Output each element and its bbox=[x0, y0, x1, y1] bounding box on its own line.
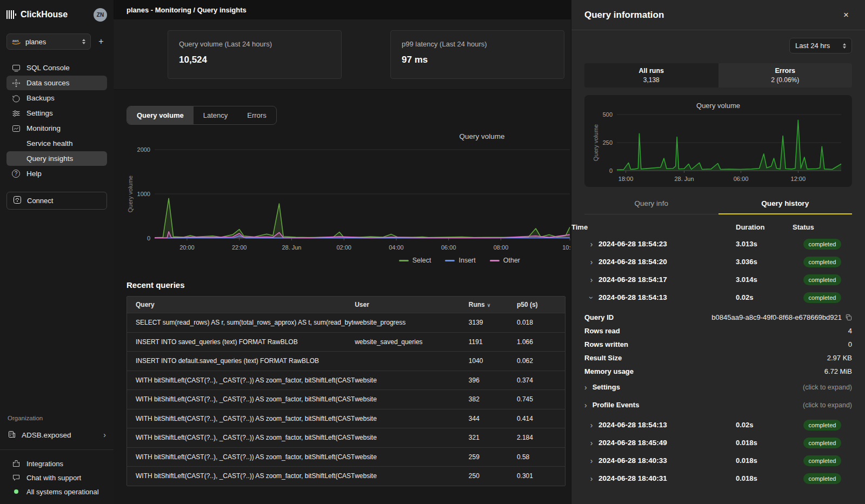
legend-item-other[interactable]: Other bbox=[490, 257, 520, 264]
history-row[interactable]: ›2024-06-28 18:54:233.013scompleted bbox=[584, 235, 852, 253]
tab-latency[interactable]: Latency bbox=[194, 106, 238, 124]
history-row[interactable]: ›2024-06-28 18:45:490.018scompleted bbox=[584, 434, 852, 452]
query-information-panel: Query information × Last 24 hrs All runs… bbox=[571, 0, 865, 504]
legend-label: Select bbox=[412, 257, 431, 264]
footer-item-chat-with-support[interactable]: Chat with support bbox=[6, 471, 107, 485]
sidebar-item-data-sources[interactable]: Data sources bbox=[6, 76, 107, 90]
column-header-runs[interactable]: Runs∨ bbox=[469, 301, 517, 308]
chevron-right-icon[interactable]: › bbox=[584, 276, 598, 284]
add-service-button[interactable]: + bbox=[95, 37, 107, 46]
table-row[interactable]: WITH bitShiftLeft(CAST(?..), _CAST(?..))… bbox=[127, 466, 565, 486]
history-time: 2024-06-28 18:54:23 bbox=[598, 240, 736, 248]
detail-value: 0 bbox=[848, 340, 852, 348]
chevron-right-icon[interactable]: › bbox=[584, 475, 598, 482]
organization-item[interactable]: ADSB.exposed › bbox=[6, 428, 107, 442]
main-content: planes - Monitoring / Query insights Que… bbox=[114, 0, 571, 504]
history-row[interactable]: ›2024-06-28 18:40:330.018scompleted bbox=[584, 452, 852, 469]
connect-button[interactable]: Connect bbox=[6, 192, 107, 210]
history-row[interactable]: ›2024-06-28 18:54:130.02scompleted bbox=[584, 288, 852, 306]
cell-user: website_saved_queries bbox=[355, 338, 469, 346]
copy-icon[interactable] bbox=[845, 314, 852, 321]
time-range-select[interactable]: Last 24 hrs bbox=[789, 38, 852, 53]
chevron-right-icon[interactable]: › bbox=[584, 421, 598, 429]
table-row[interactable]: INSERT INTO default.saved_queries (text)… bbox=[127, 351, 565, 371]
svg-text:12:00: 12:00 bbox=[791, 176, 806, 182]
cell-query: WITH bitShiftLeft(CAST(?..), _CAST(?..))… bbox=[127, 395, 355, 403]
column-header-query[interactable]: Query bbox=[127, 301, 355, 308]
cell-p50: 0.745 bbox=[517, 395, 565, 403]
sidebar-item-help[interactable]: ?Help bbox=[6, 166, 107, 181]
organization-icon bbox=[8, 430, 16, 440]
settings-icon bbox=[11, 109, 21, 118]
table-row[interactable]: SELECT sum(read_rows) AS r, sum(total_ro… bbox=[127, 313, 565, 332]
history-row[interactable]: ›2024-06-28 18:54:130.02scompleted bbox=[584, 416, 852, 434]
table-row[interactable]: WITH bitShiftLeft(CAST(?..), _CAST(?..))… bbox=[127, 447, 565, 467]
chart-tabs: Query volume Latency Errors bbox=[127, 106, 571, 125]
close-icon[interactable]: × bbox=[840, 9, 852, 22]
legend-item-insert[interactable]: Insert bbox=[445, 257, 475, 264]
history-duration: 0.02s bbox=[736, 421, 793, 429]
column-header-user[interactable]: User bbox=[355, 301, 469, 308]
sidebar-item-monitoring[interactable]: Monitoring bbox=[6, 121, 107, 136]
tab-query-info[interactable]: Query info bbox=[584, 194, 718, 214]
sort-desc-icon: ∨ bbox=[487, 303, 491, 308]
detail-row-settings[interactable]: ›Settings(click to expand) bbox=[584, 378, 852, 396]
segment-all-runs[interactable]: All runs 3,138 bbox=[584, 63, 718, 88]
svg-text:0: 0 bbox=[609, 167, 613, 174]
tab-query-volume[interactable]: Query volume bbox=[127, 106, 194, 124]
stat-card-query-volume: Query volume (Last 24 hours) 10,524 bbox=[168, 30, 342, 79]
svg-text:500: 500 bbox=[603, 111, 613, 118]
query-volume-chart: Query volume 01000200020:0022:0028. Jun0… bbox=[127, 129, 571, 252]
table-row[interactable]: WITH bitShiftLeft(CAST(?..), _CAST(?..))… bbox=[127, 389, 565, 409]
table-header-row: Query User Runs∨ p50 (s) bbox=[127, 297, 565, 313]
svg-text:Query volume: Query volume bbox=[127, 176, 134, 212]
footer-item-integrations[interactable]: Integrations bbox=[6, 456, 107, 471]
column-header-p50[interactable]: p50 (s) bbox=[517, 301, 565, 308]
table-row[interactable]: INSERT INTO saved_queries (text) FORMAT … bbox=[127, 332, 565, 352]
sidebar-item-label: Settings bbox=[26, 109, 53, 117]
svg-text:08:00: 08:00 bbox=[494, 244, 509, 251]
history-row[interactable]: ›2024-06-28 18:40:310.018scompleted bbox=[584, 469, 852, 487]
detail-row-profile-events[interactable]: ›Profile Events(click to expand) bbox=[584, 396, 852, 414]
legend-swatch bbox=[399, 260, 409, 261]
table-row[interactable]: WITH bitShiftLeft(CAST(?..), _CAST(?..))… bbox=[127, 409, 565, 428]
history-row[interactable]: ›2024-06-28 18:54:203.036scompleted bbox=[584, 253, 852, 271]
detail-label: Result Size bbox=[584, 354, 622, 362]
history-time: 2024-06-28 18:54:13 bbox=[598, 293, 736, 301]
sidebar-item-settings[interactable]: Settings bbox=[6, 106, 107, 120]
segment-errors[interactable]: Errors 2 (0.06%) bbox=[718, 63, 853, 88]
legend-label: Insert bbox=[458, 257, 475, 264]
cell-query: WITH bitShiftLeft(CAST(?..), _CAST(?..))… bbox=[127, 415, 355, 422]
sidebar-item-backups[interactable]: Backups bbox=[6, 91, 107, 105]
legend-item-select[interactable]: Select bbox=[399, 257, 431, 264]
history-status: completed bbox=[793, 438, 852, 448]
sidebar-item-label: Backups bbox=[26, 94, 55, 102]
panel-tabs: Query info Query history bbox=[584, 194, 852, 214]
sidebar-item-query-insights[interactable]: Query insights bbox=[6, 151, 107, 166]
sidebar-item-sql-console[interactable]: SQL Console bbox=[6, 61, 107, 75]
chevron-right-icon[interactable]: › bbox=[584, 258, 598, 266]
svg-text:1000: 1000 bbox=[137, 191, 150, 197]
detail-label: Settings bbox=[593, 383, 620, 391]
tab-query-history[interactable]: Query history bbox=[718, 194, 853, 214]
workspace-select[interactable]: aws planes bbox=[6, 33, 91, 50]
tab-errors[interactable]: Errors bbox=[237, 106, 276, 124]
sidebar-nav: SQL ConsoleData sourcesBackupsSettingsMo… bbox=[6, 61, 107, 181]
footer-item-all-systems-operational[interactable]: All systems operational bbox=[6, 485, 107, 499]
organization-label: Organization bbox=[8, 415, 107, 421]
brand-row: ClickHouse ZN bbox=[6, 6, 107, 23]
svg-text:28. Jun: 28. Jun bbox=[674, 176, 694, 182]
history-status: completed bbox=[793, 274, 852, 285]
table-row[interactable]: WITH bitShiftLeft(CAST(?..), _CAST(?..))… bbox=[127, 371, 565, 390]
user-avatar[interactable]: ZN bbox=[94, 8, 107, 22]
cell-runs: 321 bbox=[469, 434, 517, 441]
chevron-right-icon[interactable]: › bbox=[584, 240, 598, 248]
history-row[interactable]: ›2024-06-28 18:54:173.014scompleted bbox=[584, 271, 852, 288]
chevron-right-icon[interactable]: › bbox=[584, 439, 598, 447]
chevron-down-icon[interactable]: › bbox=[588, 291, 595, 305]
chevron-right-icon[interactable]: › bbox=[584, 457, 598, 465]
table-row[interactable]: WITH bitShiftLeft(CAST(?..), _CAST(?..))… bbox=[127, 428, 565, 447]
legend-label: Other bbox=[503, 257, 520, 264]
cell-p50: 0.018 bbox=[517, 319, 565, 326]
sidebar-item-service-health[interactable]: Service health bbox=[6, 136, 107, 151]
